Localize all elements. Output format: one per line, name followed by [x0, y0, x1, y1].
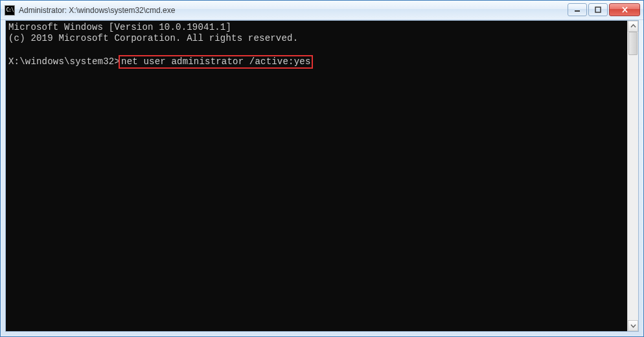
minimize-button[interactable] [568, 3, 587, 16]
maximize-button[interactable] [588, 3, 608, 16]
command-highlight: net user administrator /active:yes [119, 55, 313, 69]
titlebar[interactable]: C:\ Administrator: X:\windows\system32\c… [1, 1, 643, 20]
vertical-scrollbar[interactable] [627, 21, 638, 331]
scroll-up-button[interactable] [628, 21, 638, 32]
scroll-track[interactable] [628, 32, 638, 320]
close-icon [621, 6, 628, 13]
minimize-icon [574, 6, 581, 13]
terminal-prompt-line: X:\windows\system32>net user administrat… [8, 55, 627, 69]
terminal-command: net user administrator /active:yes [121, 56, 310, 67]
scroll-down-button[interactable] [628, 320, 638, 331]
terminal-line: (c) 2019 Microsoft Corporation. All righ… [8, 33, 298, 43]
cmd-window: C:\ Administrator: X:\windows\system32\c… [0, 0, 644, 337]
window-title: Administrator: X:\windows\system32\cmd.e… [19, 6, 568, 15]
close-button[interactable] [609, 3, 640, 16]
chevron-down-icon [630, 323, 636, 329]
chevron-up-icon [630, 23, 636, 29]
maximize-icon [595, 6, 601, 13]
cmd-icon: C:\ [5, 5, 15, 16]
scroll-thumb[interactable] [628, 32, 638, 55]
client-area: Microsoft Windows [Version 10.0.19041.1]… [5, 20, 639, 332]
svg-rect-0 [575, 10, 580, 12]
terminal-line: Microsoft Windows [Version 10.0.19041.1] [8, 22, 231, 32]
terminal-prompt: X:\windows\system32> [8, 56, 120, 67]
svg-rect-1 [595, 7, 601, 12]
terminal-output[interactable]: Microsoft Windows [Version 10.0.19041.1]… [6, 21, 627, 331]
window-controls [568, 3, 640, 16]
